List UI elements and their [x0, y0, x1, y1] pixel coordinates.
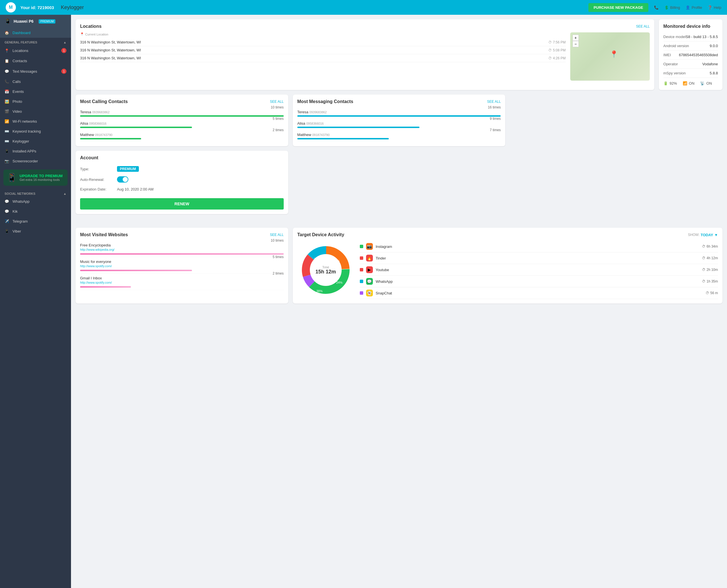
mspy-version-row: mSpy version 5.8.8 — [663, 69, 718, 78]
youtube-dot — [360, 268, 363, 271]
account-type-value: PREMIUM — [117, 166, 139, 172]
website-times-2: 2 times — [273, 271, 284, 275]
website-url-1[interactable]: http://www.spotify.com/ — [80, 264, 112, 268]
calling-name-1: Alisa — [80, 121, 88, 126]
youtube-time: ⏱ 2h 10m — [702, 268, 718, 272]
sidebar-item-locations[interactable]: 📍 Locations 1 — [0, 45, 71, 56]
calling-contact-0: Teresa 0939683862 10 times — [80, 108, 284, 119]
auto-renewal-row: Auto-Renewal: — [80, 174, 284, 185]
account-type-row: Type: PREMIUM — [80, 164, 284, 174]
messaging-times-0: 16 times — [488, 105, 501, 109]
row-2: Account Type: PREMIUM Auto-Renewal: Expi… — [76, 94, 723, 214]
location-icon: 📍 — [4, 48, 9, 53]
wifi-status: 📶 ON — [683, 81, 694, 85]
website-url-2[interactable]: http://www.spotify.com/ — [80, 281, 112, 284]
location-address-1: 316 N Washington St, Watertown, WI — [80, 48, 141, 52]
donut-label-instagram: 16% — [333, 259, 340, 262]
sidebar-item-photo[interactable]: 🖼️ Photo — [0, 97, 71, 106]
pin-icon: 📍 — [80, 33, 84, 36]
donut-label-whatsapp: 38% — [316, 289, 323, 293]
sidebar-item-calls[interactable]: 📞 Calls — [0, 77, 71, 87]
help-nav-item[interactable]: ❓ Help — [708, 5, 721, 10]
profile-nav-item[interactable]: 👤 Profile — [686, 5, 702, 10]
page-title: Keylogger — [61, 4, 588, 10]
sidebar-item-keyword-tracking[interactable]: ⌨️ Keyword tracking — [0, 126, 71, 136]
activity-list: 📷 Instagram ⏱ 6h 34m 🔥 Tinder ⏱ 4h 12m — [360, 241, 718, 299]
sidebar-item-viber[interactable]: 📱 Viber — [0, 226, 71, 236]
renew-button[interactable]: RENEW — [80, 198, 284, 210]
calling-contact-1: Alisa 0958366016 5 times — [80, 119, 284, 130]
video-icon: 🎬 — [4, 109, 9, 113]
sidebar-item-screenrecorder[interactable]: 📷 Screenrecorder — [0, 156, 71, 166]
calling-bar-0 — [80, 115, 284, 117]
device-model-label: Device model — [663, 35, 686, 39]
phone-icon[interactable]: 📞 — [654, 5, 659, 10]
donut-center-text: Total 15h 12m — [315, 265, 336, 275]
video-label: Video — [13, 109, 22, 113]
sidebar-item-dashboard[interactable]: 🏠 Dashboard — [0, 28, 71, 38]
location-entry-2: 316 N Washington St, Watertown, WI ⏱ 4:2… — [80, 54, 566, 62]
photo-icon: 🖼️ — [4, 99, 9, 104]
calling-phone-0: 0939683862 — [92, 110, 110, 114]
auto-renewal-toggle[interactable] — [117, 176, 128, 183]
sidebar-item-keylogger[interactable]: ⌨️ Keylogger — [0, 136, 71, 146]
installed-apps-label: Installed APPs — [13, 149, 36, 153]
device-info-card: Monitored device info Device model S8 - … — [659, 19, 723, 90]
sidebar-item-whatsapp[interactable]: 💬 WhatsApp — [0, 196, 71, 206]
device-model-value: S8 - build 13 - 5.8.5 — [686, 35, 718, 39]
imei-value: 6786544535465508ded — [679, 53, 718, 57]
websites-see-all[interactable]: SEE ALL — [270, 233, 284, 237]
websites-header: Most Visited Websites SEE ALL — [80, 232, 284, 237]
kik-label: Kik — [13, 209, 18, 213]
sidebar-item-contacts[interactable]: 📋 Contacts — [0, 56, 71, 66]
row-1: Locations SEE ALL 📍 Current Location 316… — [76, 19, 723, 90]
messaging-phone-1: 0958366016 — [306, 122, 324, 125]
sidebar-item-wifi[interactable]: 📶 Wi-Fi networks — [0, 117, 71, 126]
messaging-header: Most Messaging Contacts SEE ALL — [297, 99, 501, 104]
dashboard-label: Dashboard — [13, 31, 31, 35]
show-today-button[interactable]: TODAY — [701, 233, 713, 237]
wifi-icon: 📶 — [4, 119, 9, 124]
expiry-row: Expiration Date: Aug 10, 2020 2:00 AM — [80, 185, 284, 194]
whatsapp-name: WhatsApp — [376, 279, 699, 284]
sidebar-item-text-messages[interactable]: 💬 Text Messages 1 — [0, 66, 71, 77]
sidebar-item-installed-apps[interactable]: 📱 Installed APPs — [0, 146, 71, 156]
help-icon: ❓ — [708, 5, 712, 10]
instagram-time: ⏱ 6h 34m — [702, 245, 718, 248]
text-messages-icon: 💬 — [4, 69, 9, 74]
whatsapp-dot — [360, 280, 363, 283]
map-zoom-out-button[interactable]: − — [573, 41, 579, 47]
sidebar-item-telegram[interactable]: ✈️ Telegram — [0, 216, 71, 226]
website-bar-2 — [80, 286, 131, 288]
location-address-2: 316 N Washington St, Watertown, WI — [80, 56, 141, 60]
messaging-see-all[interactable]: SEE ALL — [487, 100, 501, 104]
tinder-icon: 🔥 — [366, 255, 373, 261]
map-zoom-controls: + − — [573, 35, 579, 47]
instagram-icon: 📷 — [366, 243, 373, 250]
social-chevron-icon: ▲ — [63, 192, 66, 195]
premium-badge: PREMIUM — [39, 19, 55, 24]
top-navigation: M Your id: 7219003 Keylogger PURCHASE NE… — [0, 0, 727, 15]
device-selector[interactable]: 📱 Huawei P6 PREMIUM — [0, 15, 71, 28]
battery-status: 🔋 92% — [663, 81, 677, 85]
billing-nav-item[interactable]: 💲 Billing — [664, 5, 680, 10]
activity-item-whatsapp: 💬 WhatsApp ⏱ 1h 35m — [360, 276, 718, 287]
messaging-times-1: 9 times — [490, 117, 501, 121]
sidebar-item-kik[interactable]: 💬 Kik — [0, 206, 71, 216]
locations-see-all[interactable]: SEE ALL — [636, 24, 650, 28]
auto-renewal-label: Auto-Renewal: — [80, 177, 117, 182]
map-zoom-in-button[interactable]: + — [573, 35, 579, 41]
show-label: SHOW: — [688, 233, 700, 237]
upgrade-banner[interactable]: 📱 UPGRADE TO PREMIUM Get extra 16 monito… — [3, 169, 68, 186]
keyword-label: Keyword tracking — [13, 129, 41, 133]
snapchat-time: ⏱ 56 m — [706, 291, 718, 295]
contacts-icon: 📋 — [4, 59, 9, 63]
activity-header: Target Device Activity SHOW: TODAY ▼ — [297, 232, 718, 237]
signal-icon: 📡 — [700, 81, 705, 85]
sidebar-item-events[interactable]: 📅 Events — [0, 87, 71, 97]
purchase-new-package-button[interactable]: PURCHASE NEW PACKAGE — [588, 3, 648, 12]
activity-content: 16% 38% 8% 14% 24% Total 15h 12m — [297, 241, 718, 299]
website-url-0[interactable]: http://www.wikipedia.org/ — [80, 248, 115, 251]
calling-see-all[interactable]: SEE ALL — [270, 100, 284, 104]
sidebar-item-video[interactable]: 🎬 Video — [0, 106, 71, 117]
